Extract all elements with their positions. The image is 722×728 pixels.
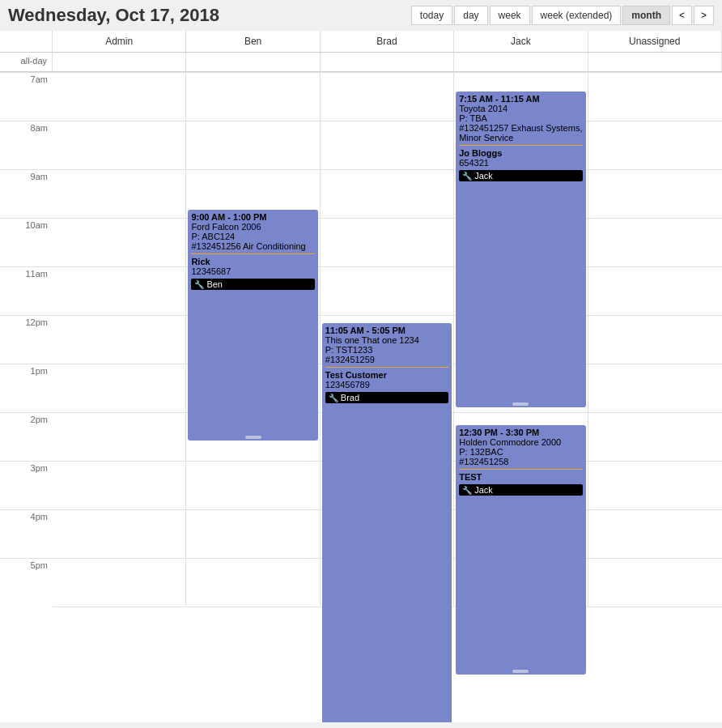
event-plate: P: TBA: [459, 113, 582, 123]
all-day-row: all-day: [0, 53, 722, 72]
event-plate: P: 132BAC: [459, 447, 582, 457]
event-assignee: 🔧Brad: [325, 392, 448, 403]
nav-week[interactable]: week: [490, 6, 530, 25]
time-11am: 11am: [0, 266, 53, 315]
event-customer: Rick: [191, 257, 314, 266]
time-3pm: 3pm: [0, 461, 53, 509]
all-day-label: all-day: [0, 53, 53, 71]
event-title: Ford Falcon 2006: [191, 222, 314, 232]
resize-handle[interactable]: [512, 402, 529, 406]
time-1pm: 1pm: [0, 364, 53, 412]
calendar-wrapper: Admin Ben Brad Jack Unassigned all-day 7…: [0, 31, 722, 722]
resize-handle[interactable]: [512, 670, 529, 673]
event-assignee: 🔧Jack: [459, 484, 582, 496]
all-day-brad[interactable]: [321, 53, 454, 71]
page-title: Wednesday, Oct 17, 2018: [8, 5, 219, 26]
grid-col-admin[interactable]: [53, 72, 186, 607]
time-grid: 7am 8am 9am 10am 11am 12pm 1pm 2pm 3pm 4…: [0, 72, 722, 722]
all-day-unassigned[interactable]: [588, 53, 722, 71]
assignee-label: Jack: [474, 485, 493, 495]
event-job: #132451256 Air Conditioning: [191, 241, 314, 251]
resize-handle[interactable]: [245, 436, 261, 439]
event-phone: 654321: [459, 158, 582, 168]
nav-prev[interactable]: <: [672, 6, 692, 25]
event-assignee: 🔧Ben: [191, 279, 314, 290]
event-time: 7:15 AM - 11:15 AM: [459, 94, 582, 104]
col-header-admin: Admin: [53, 31, 186, 52]
all-day-admin[interactable]: [53, 53, 186, 71]
wrench-icon: 🔧: [462, 486, 472, 495]
nav-month[interactable]: month: [622, 6, 670, 25]
grid-col-jack[interactable]: 7:15 AM - 11:15 AMToyota 2014P: TBA#1324…: [454, 72, 588, 607]
assignee-label: Ben: [206, 279, 223, 289]
nav-day[interactable]: day: [454, 6, 487, 25]
time-10am: 10am: [0, 218, 53, 266]
grid-col-brad[interactable]: 11:05 AM - 5:05 PMThis one That one 1234…: [321, 72, 454, 607]
time-5pm: 5pm: [0, 558, 53, 607]
time-labels: 7am 8am 9am 10am 11am 12pm 1pm 2pm 3pm 4…: [0, 72, 53, 722]
column-headers: Admin Ben Brad Jack Unassigned: [0, 31, 722, 53]
time-12pm: 12pm: [0, 315, 53, 364]
time-4pm: 4pm: [0, 509, 53, 558]
time-8am: 8am: [0, 121, 53, 169]
event-phone: 123456789: [325, 380, 448, 390]
event-time: 11:05 AM - 5:05 PM: [325, 326, 448, 335]
nav-week-extended[interactable]: week (extended): [532, 6, 622, 25]
event-time: 12:30 PM - 3:30 PM: [459, 428, 582, 437]
time-col-header: [0, 31, 53, 52]
grid-col-ben[interactable]: 9:00 AM - 1:00 PMFord Falcon 2006P: ABC1…: [186, 72, 320, 607]
event-customer: Jo Bloggs: [459, 148, 582, 158]
time-9am: 9am: [0, 169, 53, 218]
all-day-ben[interactable]: [186, 53, 320, 71]
event-job: #132451258: [459, 457, 582, 466]
nav-next[interactable]: >: [694, 6, 714, 25]
event-phone: 12345687: [191, 266, 314, 276]
event-customer: Test Customer: [325, 370, 448, 380]
event-title: Toyota 2014: [459, 104, 582, 113]
nav-buttons: today day week week (extended) month < >: [411, 6, 714, 25]
wrench-icon: 🔧: [329, 394, 338, 402]
event-title: This one That one 1234: [325, 335, 448, 345]
event-job: #132451259: [325, 355, 448, 364]
event-assignee: 🔧Jack: [459, 170, 582, 181]
col-header-brad: Brad: [321, 31, 454, 52]
event-divider: [459, 469, 582, 470]
event-job: #132451257 Exhaust Systems, Minor Servic…: [459, 123, 582, 143]
event-block[interactable]: 7:15 AM - 11:15 AMToyota 2014P: TBA#1324…: [456, 92, 585, 407]
col-header-unassigned: Unassigned: [588, 31, 722, 52]
nav-today[interactable]: today: [411, 6, 452, 25]
grid-columns: 9:00 AM - 1:00 PMFord Falcon 2006P: ABC1…: [53, 72, 722, 722]
event-title: Holden Commodore 2000: [459, 437, 582, 447]
event-block[interactable]: 12:30 PM - 3:30 PMHolden Commodore 2000P…: [456, 425, 585, 675]
event-divider: [459, 145, 582, 146]
wrench-icon: 🔧: [194, 280, 204, 289]
event-plate: P: ABC124: [191, 232, 314, 241]
event-plate: P: TST1233: [325, 345, 448, 355]
wrench-icon: 🔧: [462, 172, 472, 181]
event-divider: [191, 253, 314, 254]
grid-col-unassigned[interactable]: [588, 72, 722, 607]
top-bar: Wednesday, Oct 17, 2018 today day week w…: [0, 0, 722, 31]
event-customer: TEST: [459, 472, 582, 482]
event-block[interactable]: 9:00 AM - 1:00 PMFord Falcon 2006P: ABC1…: [188, 210, 317, 441]
event-divider: [325, 367, 448, 368]
col-header-ben: Ben: [186, 31, 320, 52]
event-time: 9:00 AM - 1:00 PM: [191, 212, 314, 222]
col-header-jack: Jack: [454, 31, 588, 52]
all-day-jack[interactable]: [454, 53, 588, 71]
event-block[interactable]: 11:05 AM - 5:05 PMThis one That one 1234…: [322, 323, 452, 722]
assignee-label: Brad: [341, 393, 359, 402]
time-2pm: 2pm: [0, 412, 53, 461]
time-7am: 7am: [0, 72, 53, 121]
assignee-label: Jack: [474, 171, 493, 181]
